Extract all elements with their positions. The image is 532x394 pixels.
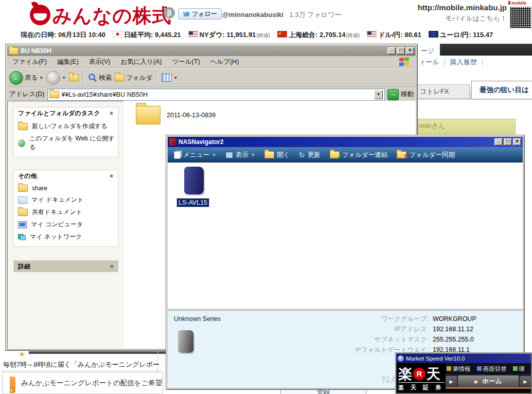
site-logo[interactable]: みんなの株式 (52, 3, 171, 29)
menu-edit[interactable]: 編集(E) (52, 58, 84, 66)
folders-button[interactable]: フォルダ (115, 74, 152, 82)
file-tasks-header[interactable]: ファイルとフォルダのタスク « (14, 108, 118, 119)
market-ticker: 現在の日時: 06月13日 10:40 日経平均: 9,445.21 NYダウ:… (21, 30, 530, 40)
folder-link-button[interactable]: フォルダー連結 (330, 151, 388, 159)
documents-icon (18, 196, 27, 204)
purchase-history-link[interactable]: 購入履歴 (450, 58, 477, 67)
menu-button[interactable]: メニュー▼ (174, 151, 216, 159)
computer-icon (18, 221, 27, 228)
ms-info-button[interactable]: 業情報 (447, 365, 471, 373)
folder-icon (49, 91, 59, 98)
nas-titlebar[interactable]: NASNavigator2 (168, 137, 523, 147)
info-row-workgroup: ワークグループ:WORKGROUP (354, 314, 487, 324)
grid-icon (225, 152, 233, 158)
tab-home[interactable]: ▶ホーム (458, 375, 519, 387)
ms-titlebar[interactable]: Market Speed Ver10.0 (396, 353, 531, 363)
logo-eye-icon (42, 16, 45, 20)
chevron-up-icon: « (109, 174, 116, 178)
menu-tools[interactable]: ツール(T) (167, 58, 205, 66)
nas-device-icon[interactable] (184, 167, 204, 194)
nas-device-name[interactable]: LS-AVL15 (177, 199, 209, 207)
info-row-subnet: サブネットマスク:255.255.255.0 (354, 334, 487, 345)
ms-tab-bar: ▶ ▶ホーム ▶ (446, 374, 531, 387)
search-button[interactable]: 検索 (88, 73, 112, 82)
tab-arrow-icon[interactable]: ▶ (520, 376, 531, 387)
settings-icon (513, 366, 518, 371)
series-label: Unknown Series (174, 315, 221, 323)
folder-tile[interactable]: 2011-06-13-0839 (136, 106, 216, 124)
back-button[interactable]: ← 戻る▼ (9, 71, 43, 85)
link-share[interactable]: share (18, 185, 115, 192)
task-publish-web[interactable]: このフォルダを Web に公開する (18, 134, 115, 152)
menu-file[interactable]: ファイル(F) (7, 58, 52, 66)
explorer-toolbar: ← 戻る▼ → ▼ ↑ 検索 フォルダ ▼ (7, 68, 416, 87)
explorer-titlebar[interactable]: BU NB50H (7, 46, 416, 56)
tab-ecotore-fx[interactable]: コトレFX (418, 84, 470, 99)
qr-code (509, 6, 532, 29)
menu-favorites[interactable]: お気に入り(A) (115, 58, 167, 66)
chevron-up-icon: « (109, 112, 116, 115)
mobile-cta: モバイルはこちら！ (401, 14, 507, 23)
star-icon: ★ (19, 350, 29, 356)
link-my-documents[interactable]: マイ ドキュメント (18, 195, 115, 204)
minkabu-logo-icon[interactable] (30, 5, 50, 25)
shared-folder-icon (18, 185, 28, 192)
maximize-button[interactable] (397, 47, 405, 55)
network-icon (18, 234, 26, 240)
twitter-bird-icon (183, 11, 189, 16)
accent-line (446, 387, 531, 389)
maximize-button[interactable] (504, 138, 512, 146)
divider (29, 351, 167, 354)
nasnavigator-window: NASNavigator2 メニュー▼ 表示▼ 開く ↻ 更新 フォルダー連結 (166, 135, 525, 390)
ms-title: Market Speed Ver10.0 (406, 355, 529, 362)
subscribe-box: みんかぶモーニングレポートの配信をご希望 (2, 372, 163, 394)
forward-button[interactable]: → ▼ (46, 71, 66, 85)
screen-switch-icon (477, 366, 482, 371)
ms-screen-switch-button[interactable]: 画面切替 (477, 365, 507, 373)
menu-view[interactable]: 表示(V) (84, 58, 116, 66)
nas-info-rows: ワークグループ:WORKGROUP IPアドレス:192.168.11.12 サ… (354, 314, 487, 355)
folder-sync-button[interactable]: ⇅ フォルダー同期 (397, 151, 455, 159)
go-button[interactable]: → 移動 (387, 89, 414, 100)
tab-best-picks[interactable]: 最強の狙い目は (471, 81, 532, 99)
subscribe-text: みんかぶモーニングレポートの配信をご希望 (21, 379, 162, 388)
ms-settings-button[interactable]: 環 (513, 365, 525, 373)
link-my-computer[interactable]: マイ コンピュータ (18, 220, 115, 229)
ms-body: 楽 R 天 楽 天 証 券 業情報 画面切替 環 ▶ ▶ホーム ▶ (396, 363, 531, 393)
address-label: アドレス(D) (9, 90, 45, 99)
details-header[interactable]: 詳細 » (14, 261, 118, 272)
minimize-button[interactable] (494, 138, 503, 146)
close-button[interactable] (513, 138, 521, 146)
profile-link[interactable]: ィール (419, 58, 439, 67)
ticker-quote: ユーロ/円: 115.47 (429, 30, 493, 40)
tab-arrow-icon[interactable]: ▶ (446, 376, 457, 387)
open-folder-icon (264, 151, 274, 158)
folder-link-icon (330, 151, 340, 158)
menu-help[interactable]: ヘルプ(H) (205, 58, 244, 66)
divider (482, 59, 483, 66)
close-button[interactable] (406, 47, 414, 55)
view-button[interactable]: 表示▼ (225, 151, 255, 159)
logo-eye-icon (35, 16, 38, 20)
info-icon (447, 366, 451, 371)
link-shared-documents[interactable]: 共有ドキュメント (18, 208, 115, 217)
link-my-network[interactable]: マイ ネットワーク (18, 232, 115, 241)
address-value: ¥¥Ls-avl15¥share¥BU NB50H (62, 91, 371, 98)
address-dropdown-button[interactable]: ▼ (374, 90, 383, 99)
page-tab-partial[interactable]: ージ (421, 46, 434, 56)
explorer-title: BU NB50H (21, 47, 385, 55)
minimize-button[interactable] (387, 47, 396, 55)
twitter-follow-button[interactable]: フォロー (178, 8, 222, 20)
open-button[interactable]: 開く (264, 151, 290, 159)
refresh-button[interactable]: ↻ 更新 (299, 151, 321, 159)
up-button[interactable]: ↑ (69, 74, 79, 81)
us-flag-icon (188, 31, 198, 38)
views-button[interactable]: ▼ (162, 74, 178, 82)
app-icon (398, 355, 404, 362)
orange-accent-tab (10, 377, 15, 393)
qr-mobile-label: mobile (508, 1, 526, 6)
task-new-folder[interactable]: 新しいフォルダを作成する (18, 122, 115, 131)
address-input[interactable]: ¥¥Ls-avl15¥share¥BU NB50H ▼ (47, 88, 385, 101)
other-places-header[interactable]: その他 « (14, 170, 118, 182)
info-row-ip: IPアドレス:192.168.11.12 (354, 324, 487, 334)
